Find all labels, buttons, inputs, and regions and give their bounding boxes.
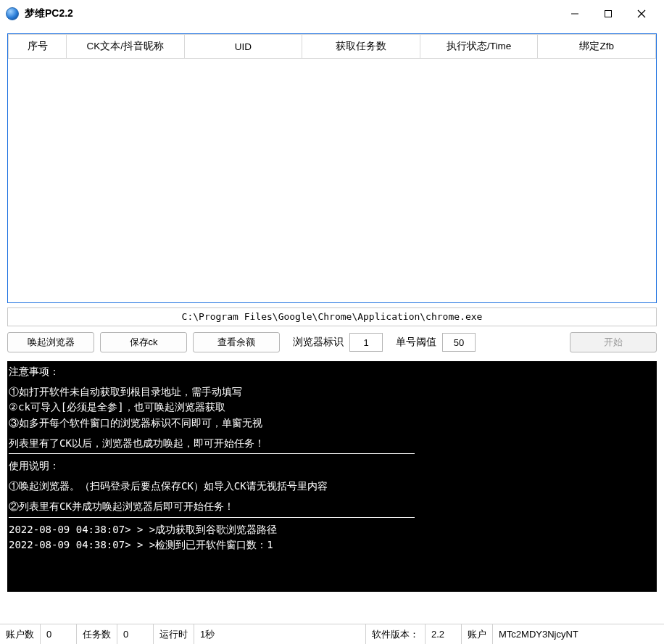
- toolbar: 唤起浏览器 保存ck 查看余额 浏览器标识 单号阈值 开始: [7, 331, 657, 357]
- log-line: 2022-08-09 04:38:07> > >成功获取到谷歌浏览器路径: [9, 522, 655, 538]
- sb-accounts-value: 0: [41, 624, 77, 644]
- sb-version-label: 软件版本：: [366, 624, 426, 644]
- sb-account-value: MTc2MDY3NjcyNT: [493, 624, 664, 644]
- window-controls: [558, 3, 658, 25]
- col-tasks[interactable]: 获取任务数: [302, 35, 420, 59]
- separator: [9, 453, 415, 454]
- maximize-button[interactable]: [592, 3, 625, 25]
- log-line: ②ck可导入[必须是全参]，也可唤起浏览器获取: [9, 400, 655, 416]
- col-status[interactable]: 执行状态/Time: [420, 35, 538, 59]
- close-button[interactable]: [625, 3, 658, 25]
- log-line: 使用说明：: [9, 458, 655, 474]
- sb-tasks-value: 0: [117, 624, 154, 644]
- log-line: 列表里有了CK以后，浏览器也成功唤起，即可开始任务！: [9, 436, 655, 452]
- check-balance-button[interactable]: 查看余额: [193, 332, 280, 352]
- log-line: ③如多开每个软件窗口的浏览器标识不同即可，单窗无视: [9, 416, 655, 432]
- titlebar: 梦维PC2.2: [0, 0, 664, 28]
- start-button[interactable]: 开始: [570, 332, 657, 352]
- log-line: ②列表里有CK并成功唤起浏览器后即可开始任务！: [9, 499, 655, 515]
- sb-account-label: 账户: [462, 624, 493, 644]
- sb-runtime-label: 运行时: [154, 624, 194, 644]
- separator: [9, 517, 415, 518]
- save-ck-button[interactable]: 保存ck: [100, 332, 187, 352]
- launch-browser-button[interactable]: 唤起浏览器: [7, 332, 94, 352]
- browser-id-label: 浏览器标识: [293, 336, 344, 349]
- sb-accounts-label: 账户数: [0, 624, 41, 644]
- sb-tasks-label: 任务数: [77, 624, 117, 644]
- log-line: 2022-08-09 04:38:07> > >检测到已开软件窗口数：1: [9, 537, 655, 553]
- chrome-path-field[interactable]: C:\Program Files\Google\Chrome\Applicati…: [7, 307, 657, 326]
- col-uid[interactable]: UID: [184, 35, 302, 59]
- app-icon: [6, 7, 19, 20]
- col-ck[interactable]: CK文本/抖音昵称: [67, 35, 185, 59]
- browser-id-input[interactable]: [349, 333, 383, 352]
- log-line: ①如打开软件未自动获取到根目录地址，需手动填写: [9, 384, 655, 400]
- status-bar: 账户数 0 任务数 0 运行时 1秒 软件版本： 2.2 账户 MTc2MDY3…: [0, 624, 664, 644]
- single-threshold-input[interactable]: [442, 333, 476, 352]
- log-line: 注意事项：: [9, 364, 655, 380]
- single-threshold-label: 单号阈值: [396, 336, 436, 349]
- col-zfb[interactable]: 绑定Zfb: [538, 35, 656, 59]
- minimize-button[interactable]: [558, 3, 592, 25]
- table-header-row: 序号 CK文本/抖音昵称 UID 获取任务数 执行状态/Time 绑定Zfb: [9, 35, 656, 59]
- sb-version-value: 2.2: [426, 624, 462, 644]
- data-table[interactable]: 序号 CK文本/抖音昵称 UID 获取任务数 执行状态/Time 绑定Zfb: [7, 33, 657, 303]
- sb-runtime-value: 1秒: [194, 624, 366, 644]
- log-line: ①唤起浏览器。（扫码登录后要点保存CK）如导入CK请无视括号里内容: [9, 479, 655, 495]
- app-title: 梦维PC2.2: [25, 7, 73, 20]
- col-index[interactable]: 序号: [9, 35, 67, 59]
- svg-rect-1: [605, 11, 612, 17]
- log-console[interactable]: 注意事项： ①如打开软件未自动获取到根目录地址，需手动填写 ②ck可导入[必须是…: [7, 361, 657, 592]
